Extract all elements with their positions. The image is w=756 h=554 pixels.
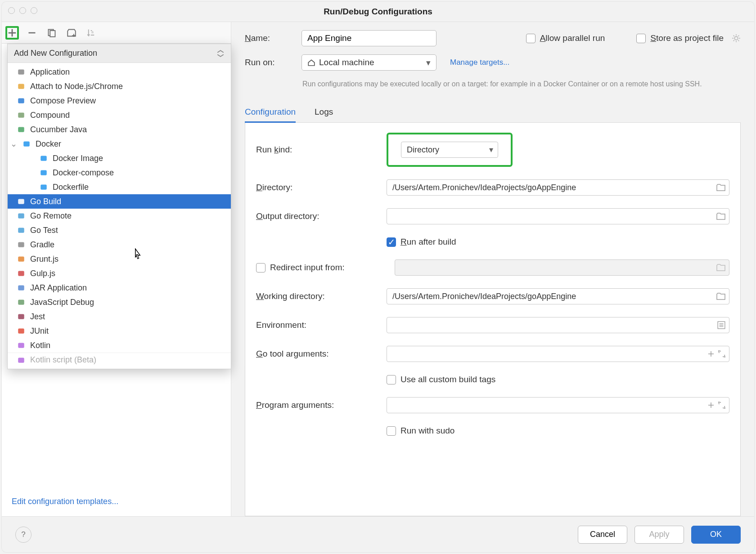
add-icon[interactable] [707,402,715,409]
manage-targets-link[interactable]: Manage targets... [450,58,509,67]
svg-rect-6 [18,112,24,117]
config-type-icon [17,111,26,120]
close-icon[interactable] [8,7,15,14]
save-config-button[interactable] [65,26,78,40]
program-args-input[interactable] [387,397,729,413]
config-type-item[interactable]: Gradle [8,237,231,252]
config-type-label: Compound [30,111,70,120]
config-type-label: JAR Application [30,283,87,293]
config-type-item[interactable]: JUnit [8,324,231,338]
run-kind-label: Run kind: [256,145,378,155]
run-kind-select[interactable]: Directory ▾ [401,142,498,158]
run-debug-config-dialog: Run/Debug Configurations a [2,2,754,552]
config-type-label: Grunt.js [30,255,58,264]
config-type-item[interactable]: Attach to Node.js/Chrome [8,79,231,94]
go-tool-args-input[interactable] [387,346,729,362]
dialog-footer: ? Cancel Apply OK [2,516,754,552]
allow-parallel-checkbox[interactable]: Allow parallel run [526,33,605,43]
browse-icon[interactable] [716,184,725,191]
config-type-item[interactable]: Compose Preview [8,94,231,108]
expand-icon[interactable] [718,402,725,409]
config-type-label: Gulp.js [30,269,55,278]
collapse-icon[interactable] [216,49,225,58]
browse-icon[interactable] [716,213,725,220]
working-dir-input[interactable]: /Users/Artem.Pronichev/IdeaProjects/goAp… [387,288,729,304]
config-type-icon [17,312,26,321]
copy-config-button[interactable] [45,26,58,40]
working-dir-label: Working directory: [256,291,378,301]
config-type-item[interactable]: JavaScript Debug [8,295,231,309]
svg-rect-5 [18,98,24,103]
minimize-icon[interactable] [19,7,26,14]
config-type-item[interactable]: Kotlin script (Beta) [8,353,231,367]
config-type-item[interactable]: Jest [8,309,231,324]
config-type-icon [17,283,26,292]
environment-input[interactable] [387,317,729,333]
directory-label: Directory: [256,183,378,192]
config-type-label: Docker-compose [53,168,114,178]
config-sidebar: a Add New Configuration Application Atta… [2,22,231,516]
config-type-label: Docker Image [53,154,103,163]
config-type-label: Kotlin script (Beta) [30,355,96,365]
svg-rect-23 [18,357,24,362]
config-type-item[interactable]: Go Remote [8,209,231,223]
maximize-icon[interactable] [31,7,37,14]
browse-icon [716,264,725,271]
cancel-button[interactable]: Cancel [578,526,627,544]
go-tool-args-label: Go tool arguments: [256,349,378,359]
tab-logs[interactable]: Logs [315,103,333,122]
config-type-item[interactable]: Docker-compose [8,165,231,180]
config-type-label: JavaScript Debug [30,298,94,307]
remove-config-button[interactable] [25,26,39,40]
config-type-icon [17,226,26,235]
store-as-project-checkbox[interactable]: Store as project file [636,33,724,43]
add-icon[interactable] [707,350,715,357]
chevron-down-icon: ▾ [489,145,493,155]
run-on-select[interactable]: Local machine ▾ [302,54,436,71]
ok-button[interactable]: OK [691,526,741,544]
tab-configuration[interactable]: Configuration [245,103,296,123]
output-dir-input[interactable] [387,208,729,224]
gear-icon[interactable] [732,34,741,43]
config-type-label: Attach to Node.js/Chrome [30,82,123,91]
config-type-item[interactable]: JAR Application [8,281,231,295]
config-type-label: Go Remote [30,211,72,221]
config-type-item[interactable]: ⌄ Docker [8,137,231,151]
config-type-item[interactable]: Compound [8,108,231,122]
config-type-label: Kotlin [30,341,50,350]
config-type-item[interactable]: Cucumber Java [8,122,231,137]
directory-input[interactable]: /Users/Artem.Pronichev/IdeaProjects/goAp… [387,179,729,196]
config-type-item[interactable]: Gulp.js [8,266,231,281]
svg-rect-13 [18,213,24,218]
help-button[interactable]: ? [15,527,32,543]
title-bar: Run/Debug Configurations [2,2,754,22]
config-type-item[interactable]: Go Build [8,194,231,209]
svg-rect-21 [18,328,24,333]
browse-icon[interactable] [716,293,725,300]
apply-button[interactable]: Apply [634,526,684,544]
expand-icon[interactable] [718,350,725,357]
config-type-tree[interactable]: Application Attach to Node.js/Chrome Com… [8,63,231,369]
window-controls [8,7,37,14]
config-type-item[interactable]: Docker Image [8,151,231,165]
config-type-item[interactable]: Dockerfile [8,180,231,194]
config-type-item[interactable]: Go Test [8,223,231,237]
run-after-build-checkbox[interactable]: ✓ Run after build [387,237,456,247]
sort-config-button[interactable]: a [85,26,98,40]
svg-rect-17 [18,271,24,276]
run-sudo-checkbox[interactable]: Run with sudo [387,426,454,436]
run-on-hint: Run configurations may be executed local… [302,79,741,89]
name-input[interactable] [302,30,436,46]
use-custom-tags-checkbox[interactable]: Use all custom build tags [387,375,495,384]
config-type-item[interactable]: Application [8,65,231,79]
svg-rect-18 [18,285,24,290]
run-on-label: Run on: [245,58,293,67]
config-type-item[interactable]: Kotlin [8,338,231,353]
program-args-label: Program arguments: [256,400,378,410]
list-icon[interactable] [717,321,725,329]
edit-templates-link[interactable]: Edit configuration templates... [12,497,118,506]
redirect-input-checkbox[interactable]: Redirect input from: [256,263,386,273]
config-type-item[interactable]: Grunt.js [8,252,231,266]
svg-rect-19 [18,299,24,304]
add-config-button[interactable] [5,26,19,40]
